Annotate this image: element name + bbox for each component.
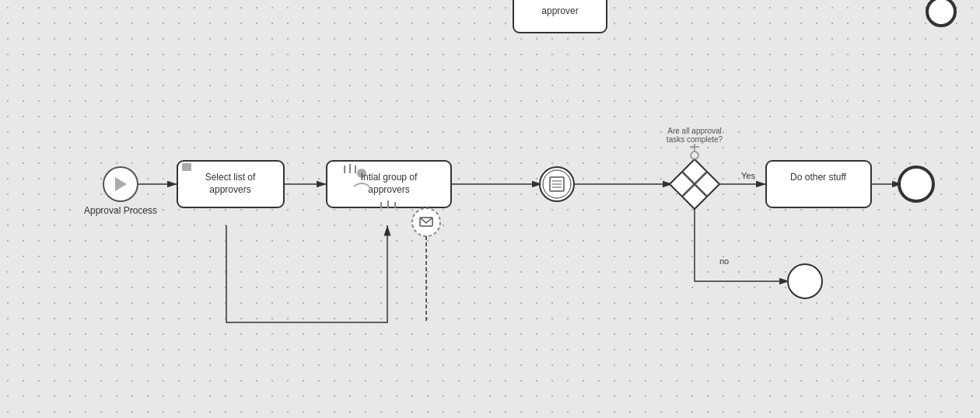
yes-label: Yes [741, 171, 755, 180]
task-select-label-2: approvers [209, 184, 250, 195]
task-other-label-1: Do other stuff [790, 172, 846, 183]
end-event-top [927, 0, 955, 26]
flow-loop-back [226, 225, 387, 322]
task-do-other[interactable] [766, 161, 871, 207]
start-event-label: Approval Process [84, 205, 157, 216]
task-initial-label-1: Intial group of [361, 172, 418, 183]
task-initial-label-2: approvers [368, 184, 409, 195]
bpmn-diagram: approver Yes no [0, 0, 980, 418]
gateway-icon [691, 152, 698, 159]
end-event-yes [899, 167, 933, 201]
end-event-no [788, 264, 822, 298]
flow-gateway-no [695, 198, 789, 281]
task-approver-label: approver [541, 5, 578, 16]
boundary-event[interactable] [412, 208, 440, 236]
gateway-label-2: tasks complete? [667, 135, 723, 144]
no-label: no [719, 256, 729, 266]
task-select-icon [182, 163, 191, 171]
gateway-label-1: Are all approval [667, 127, 721, 135]
task-select-label-1: Select list of [205, 172, 256, 183]
